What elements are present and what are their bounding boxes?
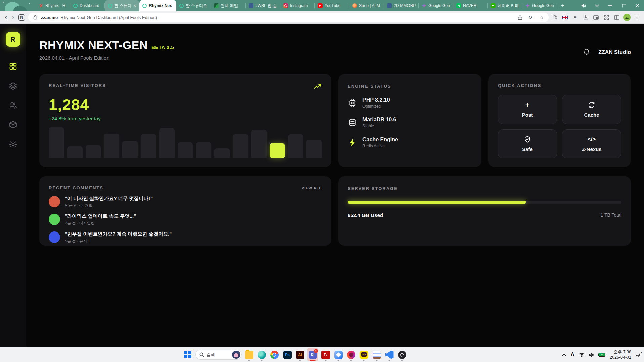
tab-audio-icon[interactable]	[577, 0, 590, 11]
obs-icon	[398, 351, 406, 359]
volume-icon[interactable]	[589, 353, 594, 357]
storage-used: 652.4 GB Used	[348, 212, 383, 218]
card-real-time-visitors: REAL-TIME VISITORS 1,284 +24.8% from yes…	[39, 74, 331, 167]
creative-cloud-icon	[347, 351, 355, 359]
capture-scan-icon[interactable]	[603, 14, 609, 20]
view-all-link[interactable]: VIEW ALL	[302, 186, 322, 190]
picture-in-picture-icon[interactable]	[593, 14, 599, 20]
tray-chevron-up-icon[interactable]	[562, 354, 566, 356]
tab-instagram[interactable]: Instagram	[280, 0, 315, 11]
notification-bell-icon[interactable]	[583, 48, 590, 57]
tab-zzan-studio-2[interactable]: 짠 스튜디오	[176, 0, 211, 11]
suno-icon	[352, 3, 357, 8]
tab-rhymix-site[interactable]: X Rhymix - R	[36, 0, 70, 11]
back-button[interactable]: ‹	[4, 14, 8, 21]
comment-item[interactable]: "만우절 이벤트인가요? 계속 이랬으면 좋겠어요." 5분 전 · 유저1	[49, 231, 322, 244]
do-not-disturb-bell-icon[interactable]: z	[636, 352, 641, 357]
mail-icon	[214, 3, 219, 8]
download-icon[interactable]	[583, 14, 589, 20]
search-daily-image[interactable]	[232, 351, 240, 359]
comment-item[interactable]: "이 디자인 실화인가요? 너무 멋집니다!" 방금 전 · 김개발	[49, 195, 322, 208]
taskbar-clock[interactable]: 오후 7:38 2026-04-01	[610, 349, 631, 360]
extensions-puzzle-icon[interactable]	[552, 14, 558, 20]
tab-dashboard[interactable]: Dashboard	[70, 0, 105, 11]
filezilla-icon: Fz	[321, 351, 330, 359]
window-minimize-button[interactable]	[604, 0, 617, 11]
taskbar-app-kakaotalk[interactable]: TALK	[358, 348, 369, 361]
sidebar-item-packages[interactable]	[8, 120, 18, 130]
taskbar-search[interactable]: 검색	[195, 350, 242, 360]
naver-icon: N	[456, 3, 461, 8]
post-button[interactable]: + Post	[498, 95, 557, 124]
visitors-bar-chart	[49, 127, 322, 158]
tab-search-chevron-icon[interactable]	[590, 0, 604, 11]
start-button[interactable]	[182, 348, 193, 361]
wifi-icon[interactable]	[579, 353, 585, 357]
tab-naver-cafe[interactable]: 네이버 카페	[488, 0, 522, 11]
reading-list-icon[interactable]: ≡	[572, 14, 578, 20]
sync-icon	[588, 101, 595, 109]
address-bar[interactable]: zzan.me Rhymix Next-Gen Dashboard (April…	[28, 13, 549, 22]
taskbar-app-creative-cloud[interactable]	[346, 348, 356, 361]
new-tab-button[interactable]: +	[557, 0, 568, 11]
gemini-icon	[525, 3, 530, 8]
ime-indicator[interactable]: A	[570, 352, 574, 358]
profile-avatar[interactable]: zz	[623, 14, 631, 21]
package-icon	[9, 120, 17, 131]
sidebar-item-members[interactable]	[8, 101, 18, 110]
trending-up-icon	[314, 83, 322, 91]
taskbar-app-photos[interactable]	[333, 348, 344, 361]
tab-zzan-studio-1[interactable]: 짠 스튜디 ✕	[105, 0, 139, 11]
naver-sidebar-icon[interactable]: N	[18, 14, 25, 21]
sidebar-item-modules[interactable]	[8, 82, 18, 91]
z-nexus-button[interactable]: </> Z-Nexus	[562, 129, 621, 159]
split-view-icon[interactable]	[614, 14, 620, 20]
sidebar-item-dashboard[interactable]	[8, 62, 18, 71]
tab-naver[interactable]: N NAVER	[453, 0, 488, 11]
taskbar-app-obs[interactable]	[397, 348, 407, 361]
tab-wsl-web[interactable]: #WSL-웹-솔	[246, 0, 280, 11]
reload-icon[interactable]: ⟳	[528, 14, 534, 20]
translate-flag-icon[interactable]	[562, 16, 568, 19]
zap-icon	[348, 138, 357, 147]
battery-icon[interactable]: ϟ	[598, 353, 605, 357]
tab-rhymix-nextgen-active[interactable]: Rhymix Nex	[139, 0, 176, 11]
taskbar-app-whale[interactable]	[256, 348, 267, 361]
tab-suno[interactable]: Suno | AI M	[349, 0, 384, 11]
page-subtitle: 2026.04.01 - April Fools Edition	[39, 55, 174, 61]
safe-button[interactable]: Safe	[498, 129, 557, 159]
visitor-bar	[251, 130, 267, 158]
forward-button[interactable]: ›	[11, 14, 15, 21]
cache-button[interactable]: Cache	[562, 95, 621, 124]
users-icon	[9, 101, 17, 111]
taskbar-app-vscode[interactable]	[384, 348, 395, 361]
browser-menu-icon[interactable]: ⋮	[634, 14, 640, 20]
taskbar-app-chrome[interactable]	[269, 348, 280, 361]
comment-item[interactable]: "라이믹스 업데이트 속도 무엇..." 2분 전 · 디자인킹	[49, 213, 322, 226]
tab-close-icon[interactable]: ✕	[133, 4, 136, 8]
sidebar-item-settings[interactable]	[8, 140, 18, 149]
notification-badge: 1	[314, 349, 318, 353]
taskbar-app-notepad[interactable]	[371, 348, 382, 361]
tab-youtube[interactable]: YouTube	[315, 0, 349, 11]
visitor-bar	[178, 142, 193, 158]
avatar	[49, 231, 60, 243]
tab-mail[interactable]: 전체 메일	[211, 0, 246, 11]
taskbar-app-illustrator[interactable]: Ai	[295, 348, 305, 361]
taskbar-app-filezilla[interactable]: Fz	[320, 348, 331, 361]
share-icon[interactable]	[517, 14, 523, 20]
url-page-title: Rhymix Next-Gen Dashboard (April Fools E…	[60, 15, 514, 20]
account-name[interactable]: ZZAN Studio	[598, 49, 631, 55]
rhymix-logo[interactable]: R	[6, 32, 20, 47]
bookmark-star-icon[interactable]: ☆	[539, 14, 545, 20]
tab-google-gemini-2[interactable]: Google Gem	[522, 0, 557, 11]
briefcase-icon	[387, 3, 392, 8]
taskbar-app-photoshop[interactable]: Ps	[282, 348, 293, 361]
taskbar-app-d-messenger[interactable]: D! 1	[307, 348, 318, 361]
tab-2d-mmorpg[interactable]: 2D-MMORP	[384, 0, 419, 11]
window-restore-button[interactable]	[617, 0, 631, 11]
tab-google-gemini-1[interactable]: Google Gem	[419, 0, 453, 11]
taskbar-app-explorer[interactable]	[244, 348, 254, 361]
window-close-button[interactable]	[631, 0, 644, 11]
visitor-bar	[122, 141, 138, 158]
